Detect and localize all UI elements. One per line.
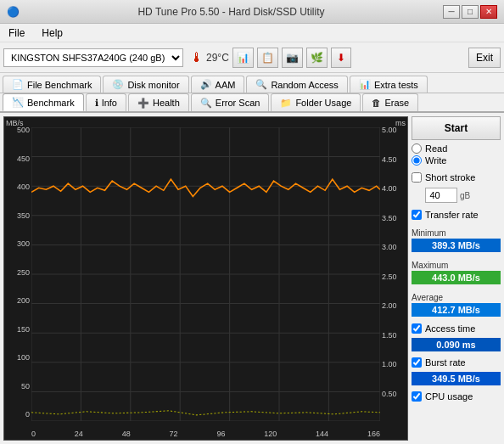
average-section: Average 412.7 MB/s [412,289,501,317]
burst-rate-value: 349.5 MB/s [412,372,501,385]
tab-folder-usage[interactable]: 📁 Folder Usage [271,93,361,111]
short-stroke-row: Short stroke [412,172,501,183]
minimum-value: 389.3 MB/s [412,239,501,252]
x-axis: 0 24 48 72 96 120 144 166 [31,430,380,438]
spinbox-unit: gB [460,191,470,200]
short-stroke-label: Short stroke [425,172,475,183]
sidebar: Start Read Write Short stroke gB Transfe… [412,116,501,441]
health-icon: ➕ [137,98,149,109]
transfer-rate-label: Transfer rate [425,210,479,220]
burst-rate-checkbox[interactable] [412,357,422,368]
toolbar-btn-3[interactable]: 📷 [282,48,303,68]
random-access-icon: 🔍 [255,79,267,90]
maximum-label: Maximum [412,261,501,270]
folder-usage-icon: 📁 [280,98,292,109]
file-benchmark-icon: 📄 [12,79,24,90]
thermometer-icon: 🌡 [190,50,204,65]
cpu-usage-checkbox-row: CPU usage [412,391,501,402]
minimize-button[interactable]: ─ [443,5,460,19]
spinbox-row: gB [425,188,501,203]
burst-rate-checkbox-row: Burst rate [412,357,501,368]
error-scan-icon: 🔍 [200,98,212,109]
tab-health[interactable]: ➕ Health [128,93,189,111]
access-time-checkbox-row: Access time [412,323,501,334]
transfer-rate-row: Transfer rate [412,210,501,220]
chart-svg [31,127,380,421]
close-button[interactable]: ✕ [480,5,497,19]
tab-aam[interactable]: 🔊 AAM [191,76,245,93]
menu-bar: File Help [0,24,504,42]
minimum-section: Minimum 389.3 MB/s [412,225,501,252]
tab-random-access[interactable]: 🔍 Random Access [246,76,347,93]
toolbar-btn-5[interactable]: ⬇ [331,48,351,68]
app-icon: 🔵 [7,6,20,18]
minimum-label: Minimum [412,228,501,238]
window-title: HD Tune Pro 5.50 - Hard Disk/SSD Utility [20,6,443,18]
tab-file-benchmark[interactable]: 📄 File Benchmark [3,76,101,93]
main-content: MB/s ms 500 450 400 350 300 250 200 150 … [0,113,504,444]
y-axis-left: 500 450 400 350 300 250 200 150 100 50 0 [6,126,30,419]
cpu-usage-checkbox[interactable] [412,391,422,402]
spinbox-input[interactable] [425,188,457,203]
read-write-group: Read Write [412,143,501,166]
toolbar-btn-1[interactable]: 📊 [232,48,254,68]
tabs-row1: 📄 File Benchmark 💿 Disk monitor 🔊 AAM 🔍 … [0,73,504,93]
average-value: 412.7 MB/s [412,303,501,317]
write-label: Write [425,155,446,166]
toolbar: KINGSTON SHFS37A240G (240 gB) 🌡 29°C 📊 📋… [0,42,504,73]
read-radio[interactable] [412,143,422,154]
maximum-section: Maximum 443.0 MB/s [412,257,501,284]
average-label: Average [412,293,501,302]
read-radio-row: Read [412,143,501,154]
start-button[interactable]: Start [412,116,501,140]
access-time-value: 0.090 ms [412,338,501,351]
temperature-value: 29°C [206,52,229,64]
burst-rate-label: Burst rate [425,357,466,368]
write-radio[interactable] [412,155,422,166]
y-axis-right: 5.00 4.50 4.00 3.50 3.00 2.50 2.00 1.50 … [382,126,406,419]
menu-help[interactable]: Help [36,26,68,40]
title-bar: 🔵 HD Tune Pro 5.50 - Hard Disk/SSD Utili… [0,0,504,24]
tab-extra-tests[interactable]: 📊 Extra tests [350,76,428,93]
short-stroke-checkbox[interactable] [412,172,422,183]
temperature-display: 🌡 29°C [190,50,229,65]
cpu-usage-label: CPU usage [425,391,473,402]
maximize-button[interactable]: □ [462,5,479,19]
chart-canvas [31,127,380,421]
info-icon: ℹ [95,98,98,109]
tab-error-scan[interactable]: 🔍 Error Scan [191,93,270,111]
aam-icon: 🔊 [200,79,212,90]
maximum-value: 443.0 MB/s [412,271,501,284]
toolbar-btn-4[interactable]: 🌿 [306,48,328,68]
erase-icon: 🗑 [372,98,381,108]
tab-erase[interactable]: 🗑 Erase [362,93,418,111]
chart-area: MB/s ms 500 450 400 350 300 250 200 150 … [3,116,408,441]
toolbar-btn-2[interactable]: 📋 [257,48,278,68]
transfer-rate-checkbox[interactable] [412,210,422,220]
read-label: Read [425,143,447,154]
write-radio-row: Write [412,155,501,166]
window-controls: ─ □ ✕ [443,5,497,19]
tab-benchmark[interactable]: 📉 Benchmark [3,93,84,111]
benchmark-icon: 📉 [12,97,24,108]
exit-button[interactable]: Exit [468,48,501,68]
disk-selector[interactable]: KINGSTON SHFS37A240G (240 gB) [3,48,183,67]
access-time-checkbox[interactable] [412,323,422,334]
menu-file[interactable]: File [3,26,30,40]
disk-monitor-icon: 💿 [112,79,124,90]
tab-info[interactable]: ℹ Info [86,93,126,111]
tab-disk-monitor[interactable]: 💿 Disk monitor [103,76,188,93]
access-time-label: Access time [425,323,475,334]
tabs-row2: 📉 Benchmark ℹ Info ➕ Health 🔍 Error Scan… [0,93,504,113]
extra-tests-icon: 📊 [359,79,371,90]
